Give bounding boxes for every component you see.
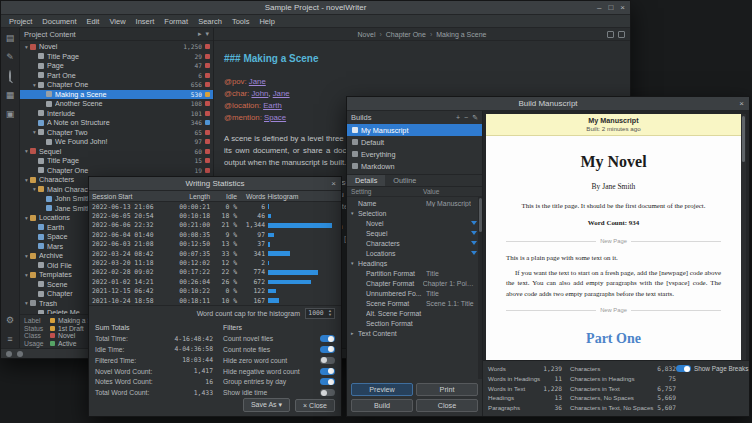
session-row[interactable]: 2021-12-15 06:4200:10:220 %122	[89, 287, 341, 296]
collapse-icon[interactable]: ▾	[23, 272, 30, 278]
minimize-icon[interactable]: –	[597, 3, 601, 12]
project-tree-icon[interactable]: ▤	[5, 33, 16, 44]
column-length[interactable]: Length	[166, 193, 210, 200]
stats-table-header[interactable]: Session Start Length Idle Words Histogra…	[89, 191, 341, 202]
setting-partition-format[interactable]: Partition FormatTitle	[347, 268, 482, 278]
tag-value-link[interactable]: John	[251, 89, 268, 98]
menu-insert[interactable]: Insert	[131, 17, 160, 26]
settings-scroll-thumb[interactable]	[479, 198, 482, 232]
edit-build-icon[interactable]: ✎	[472, 114, 478, 122]
add-build-icon[interactable]: +	[456, 114, 460, 122]
session-row[interactable]: 2022-02-28 09:0200:17:2222 %774	[89, 268, 341, 277]
setting-selection[interactable]: ▾Selection	[347, 208, 482, 218]
build-item-everything[interactable]: Everything	[347, 148, 482, 160]
tab-details[interactable]: Details	[347, 175, 385, 186]
build-item-default[interactable]: Default	[347, 136, 482, 148]
setting-alt-scene-format[interactable]: Alt. Scene Format	[347, 308, 482, 318]
session-row[interactable]: 2022-06-06 22:3200:21:0021 %1,344	[89, 221, 341, 230]
filter-icon[interactable]	[471, 251, 477, 255]
collapse-icon[interactable]: ▾	[23, 44, 30, 50]
column-idle[interactable]: Idle	[210, 193, 237, 200]
menu-view[interactable]: View	[104, 17, 130, 26]
collapse-icon[interactable]: ▾	[23, 148, 30, 154]
collapse-icon[interactable]: ▾	[31, 186, 38, 192]
tag-value-link[interactable]: Jane	[249, 77, 266, 86]
tree-item-a-note-on-structure[interactable]: A Note on Structure346	[20, 118, 213, 128]
menu-tools[interactable]: Tools	[227, 17, 255, 26]
collapse-all-icon[interactable]: ▾	[205, 30, 209, 38]
close-icon[interactable]: ×	[331, 179, 336, 188]
setting-sequel[interactable]: Sequel	[347, 228, 482, 238]
toggle-switch[interactable]	[320, 389, 335, 396]
setting-locations[interactable]: Locations	[347, 248, 482, 258]
maximize-editor-icon[interactable]	[618, 31, 625, 38]
session-row[interactable]: 2022-06-03 21:0800:12:5013 %37	[89, 240, 341, 249]
expander-icon[interactable]: ▾	[351, 210, 358, 216]
setting-text-content[interactable]: ▸Text Content	[347, 328, 482, 338]
toggle-switch[interactable]	[320, 357, 335, 364]
maximize-icon[interactable]: □	[608, 3, 613, 12]
setting-scene-format[interactable]: Scene FormatScene 1.1: Title	[347, 298, 482, 308]
collapse-icon[interactable]: ▾	[31, 129, 38, 135]
setting-name[interactable]: NameMy Manuscript	[347, 198, 482, 208]
filter-icon[interactable]	[471, 221, 477, 225]
spinner-arrows-icon[interactable]: ▲▼	[326, 309, 334, 318]
setting-novel[interactable]: Novel	[347, 218, 482, 228]
setting-characters[interactable]: Characters	[347, 238, 482, 248]
tree-item-part-one[interactable]: Part One6	[20, 71, 213, 81]
close-icon[interactable]: ×	[620, 3, 625, 12]
breadcrumb-item-making-a-scene[interactable]: Making a Scene	[436, 31, 486, 38]
session-row[interactable]: 2022-06-05 20:5400:10:1818 %46	[89, 211, 341, 220]
tree-item-another-scene[interactable]: Another Scene108	[20, 99, 213, 109]
main-titlebar[interactable]: Sample Project - novelWriter – □ ×	[1, 1, 630, 15]
session-row[interactable]: 2021-10-24 18:5800:18:1110 %167	[89, 296, 341, 305]
menu-document[interactable]: Document	[37, 17, 81, 26]
preview-scrollbar[interactable]	[741, 114, 746, 360]
breadcrumb-item-chapter-one[interactable]: Chapter One	[386, 31, 426, 38]
close-icon[interactable]: ×	[739, 99, 744, 108]
tree-item-title-page[interactable]: Title Page29	[20, 52, 213, 62]
tree-item-chapter-one[interactable]: Chapter One19	[20, 166, 213, 176]
session-row[interactable]: 2022-03-20 11:1800:12:0212 %2	[89, 258, 341, 267]
session-row[interactable]: 2022-03-24 08:4200:07:3533 %341	[89, 249, 341, 258]
document-editor-icon[interactable]: ✎	[5, 52, 16, 63]
remove-build-icon[interactable]: −	[464, 114, 468, 122]
build-button[interactable]: Build	[351, 399, 413, 412]
tree-item-we-found-john[interactable]: We Found John!97	[20, 137, 213, 147]
build-item-markdown[interactable]: Markdown	[347, 160, 482, 172]
histogram-cap-spinner[interactable]: 1000 ▲▼	[305, 308, 335, 319]
collapse-icon[interactable]: ▾	[31, 82, 38, 88]
expander-icon[interactable]: ▾	[351, 260, 358, 266]
stats-titlebar[interactable]: Writing Statistics ×	[89, 177, 341, 191]
collapse-icon[interactable]: ▾	[23, 300, 30, 306]
tree-item-making-a-scene[interactable]: Making a Scene530	[20, 90, 213, 100]
column-session-start[interactable]: Session Start	[92, 193, 166, 200]
toggle-switch[interactable]	[320, 378, 335, 385]
toggle-switch[interactable]	[320, 346, 335, 353]
tab-outline[interactable]: Outline	[385, 175, 424, 186]
tree-item-title-page[interactable]: Title Page15	[20, 156, 213, 166]
expander-icon[interactable]: ▸	[351, 330, 358, 336]
setting-headings[interactable]: ▾Headings	[347, 258, 482, 268]
setting-unnumbered-fo[interactable]: Unnumbered Fo...Title	[347, 288, 482, 298]
print-button[interactable]: Print	[416, 383, 478, 396]
toggle-switch[interactable]	[676, 365, 691, 372]
session-row[interactable]: 2022-01-02 14:2100:26:0426 %672	[89, 277, 341, 286]
tree-item-page[interactable]: Page47	[20, 61, 213, 71]
close-button[interactable]: Close	[416, 399, 478, 412]
tree-item-chapter-two[interactable]: ▾Chapter Two65	[20, 128, 213, 138]
settings-scrollbar[interactable]	[478, 197, 482, 379]
build-titlebar[interactable]: Build Manuscript ×	[347, 97, 749, 111]
collapse-icon[interactable]: ▾	[23, 253, 30, 259]
tag-value-link[interactable]: Earth	[263, 101, 282, 110]
tree-item-sequel[interactable]: ▾Sequel60	[20, 147, 213, 157]
search-icon[interactable]	[5, 71, 16, 82]
toggle-switch[interactable]	[320, 335, 335, 342]
tree-item-chapter-one[interactable]: ▾Chapter One656	[20, 80, 213, 90]
preview-scroll-thumb[interactable]	[742, 116, 745, 162]
outline-icon[interactable]: ▦	[5, 90, 16, 101]
save-as-button[interactable]: Save As ▾	[243, 398, 290, 412]
breadcrumb-item-novel[interactable]: Novel	[358, 31, 376, 38]
tag-value-link[interactable]: Space	[264, 113, 286, 122]
build-item-my-manuscript[interactable]: My Manuscript	[347, 124, 482, 136]
